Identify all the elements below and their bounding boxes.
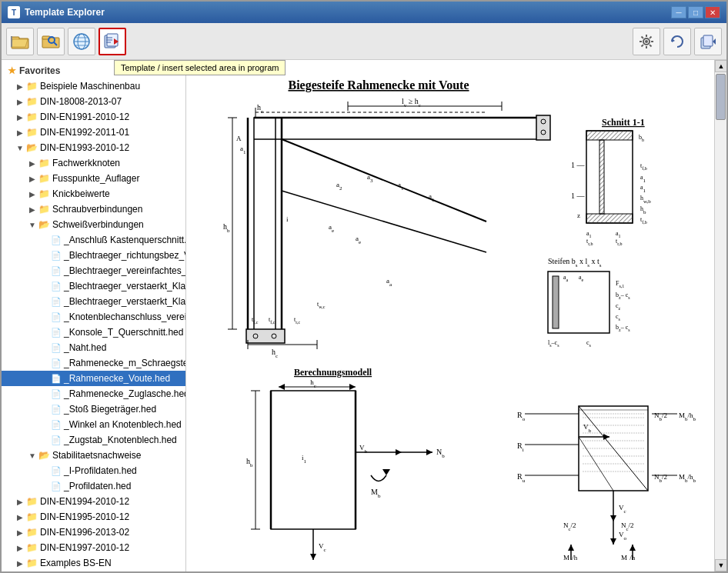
- main-window: T Template Explorer ─ □ ✕: [0, 0, 728, 573]
- sidebar-item-f12[interactable]: 📄 _Stoß Biegeträger.hed: [2, 401, 185, 417]
- minimize-button[interactable]: ─: [671, 6, 686, 18]
- expand-beispiele[interactable]: ▶: [14, 80, 26, 92]
- file-icon: 📄: [51, 282, 62, 291]
- close-button[interactable]: ✕: [705, 6, 720, 18]
- svg-text:cs: cs: [586, 339, 592, 348]
- sidebar-item-fusspunkte[interactable]: ▶ 📁 Fusspunkte_Auflager: [2, 171, 185, 186]
- svg-rect-77: [586, 131, 633, 140]
- svg-text:ae: ae: [329, 223, 334, 234]
- sidebar-item-f6[interactable]: 📄 _Knotenblechanschluss_vereinfacht.hed: [2, 309, 185, 325]
- sidebar-item-din1991[interactable]: ▶ 📁 DIN-EN1991-2010-12: [2, 109, 185, 125]
- expand-stabilitaet[interactable]: ▼: [26, 449, 38, 461]
- title-bar: T Template Explorer ─ □ ✕: [2, 2, 726, 23]
- scroll-up-button[interactable]: ▲: [715, 60, 726, 72]
- sidebar-item-f3[interactable]: 📄 _Blechtraeger_vereinfachtes_Verfahren.…: [2, 263, 185, 278]
- main-area: ★ Favorites ▶ 📁 Beispiele Maschinenbau ▶…: [2, 60, 726, 571]
- expand-knickbeiwerte[interactable]: ▶: [26, 188, 38, 200]
- svg-marker-120: [396, 449, 402, 455]
- svg-line-48: [282, 191, 486, 252]
- scroll-down-button[interactable]: ▼: [715, 559, 726, 571]
- svg-text:tf,c: tf,c: [269, 316, 276, 325]
- scroll-thumb[interactable]: [716, 74, 726, 120]
- expand-fusspunkte[interactable]: ▶: [26, 172, 38, 185]
- svg-text:Ro: Ro: [517, 411, 526, 422]
- search-button[interactable]: [37, 28, 65, 55]
- svg-rect-79: [599, 140, 604, 214]
- expand-schweissverbindungen[interactable]: ▼: [26, 218, 38, 231]
- sidebar-item-knickbeiwerte[interactable]: ▶ 📁 Knickbeiwerte: [2, 186, 185, 202]
- sidebar-item-f4[interactable]: 📄 _Blechtraeger_verstaerkt_Klasse1.hed: [2, 278, 185, 294]
- globe-button[interactable]: [68, 28, 95, 55]
- expand-din1991[interactable]: ▶: [14, 111, 26, 123]
- sidebar-item-din1993[interactable]: ▼ 📂 DIN-EN1993-2010-12: [2, 140, 185, 155]
- insert-button[interactable]: [99, 28, 126, 55]
- sidebar-item-f16[interactable]: 📄 _Profildaten.hed: [2, 478, 185, 494]
- sidebar-item-f9[interactable]: 📄 _Rahmenecke_m_Schraegsteife.hed: [2, 355, 185, 371]
- sidebar-item-f7[interactable]: 📄 _Konsole_T_Querschnitt.hed: [2, 325, 185, 340]
- sidebar-item-beispiele[interactable]: ▶ 📁 Beispiele Maschinenbau: [2, 78, 185, 94]
- sidebar-item-schraubverbindungen[interactable]: ▶ 📁 Schraubverbindungen: [2, 202, 185, 217]
- item-label: Beispiele Maschinenbau: [40, 81, 140, 92]
- svg-text:bb: bb: [639, 134, 644, 142]
- export-button[interactable]: [694, 28, 722, 55]
- expand-din1992[interactable]: ▶: [14, 126, 26, 138]
- svg-text:a1: a1: [640, 184, 646, 194]
- svg-text:bz– cs: bz– cs: [616, 291, 630, 300]
- sidebar-item-din18008[interactable]: ▶ 📁 DIN-18008-2013-07: [2, 94, 185, 109]
- file-icon: 📄: [51, 312, 62, 322]
- sidebar-item-stabilitaet[interactable]: ▼ 📂 Stabilitaetsnachweise: [2, 448, 185, 463]
- export-icon: [700, 33, 716, 50]
- sidebar-item-examples[interactable]: ▶ 📁 Examples BS-EN: [2, 555, 185, 571]
- sidebar-item-f13[interactable]: 📄 _Winkel an Knotenblech.hed: [2, 417, 185, 432]
- svg-text:A: A: [236, 135, 242, 142]
- content-area: Biegesteife Rahmenecke mit Voute hc lv ≥…: [186, 60, 714, 571]
- expand-din1993[interactable]: ▼: [14, 142, 26, 154]
- file-icon: 📄: [51, 266, 62, 276]
- sidebar-item-schweissverbindungen[interactable]: ▼ 📂 Schweißverbindungen: [2, 217, 185, 232]
- folder-icon: 📁: [26, 527, 38, 538]
- settings-button[interactable]: [633, 28, 660, 55]
- window-title: Template Explorer: [25, 7, 105, 18]
- file-icon: 📄: [51, 374, 62, 384]
- item-label: Examples BS-EN: [40, 558, 112, 568]
- svg-text:hw,b: hw,b: [640, 195, 651, 205]
- sidebar-item-din1994[interactable]: ▶ 📁 DIN-EN1994-2010-12: [2, 494, 185, 509]
- expand-schraubverbindungen[interactable]: ▶: [26, 203, 38, 215]
- svg-line-28: [642, 45, 643, 46]
- sidebar-item-f11[interactable]: 📄 _Rahmenecke_Zuglasche.hed: [2, 386, 185, 401]
- expand-fachwerkknoten[interactable]: ▶: [26, 157, 38, 169]
- item-label: Fachwerkknoten: [52, 158, 120, 168]
- sidebar-item-din1997[interactable]: ▶ 📁 DIN-EN1997-2010-12: [2, 540, 185, 555]
- sidebar-item-lasten[interactable]: ▶ 📁 Lasten - Din1055: [2, 571, 185, 571]
- svg-text:hc: hc: [257, 103, 263, 115]
- svg-text:ae: ae: [579, 274, 584, 282]
- sidebar-item-f5[interactable]: 📄 _Blechtraeger_verstaerkt_Klasse4.hed: [2, 294, 185, 309]
- sidebar-item-f10[interactable]: 📄 _Rahmenecke_Voute.hed: [2, 371, 185, 386]
- sidebar-item-f14[interactable]: 📄 _Zugstab_Knotenblech.hed: [2, 432, 185, 448]
- refresh-button[interactable]: [663, 28, 691, 55]
- svg-text:tw,c: tw,c: [317, 301, 326, 309]
- vertical-scrollbar[interactable]: ▲ ▼: [714, 60, 726, 571]
- maximize-button[interactable]: □: [688, 6, 703, 18]
- svg-text:Schnitt 1-1: Schnitt 1-1: [602, 117, 645, 128]
- sidebar-item-din1992[interactable]: ▶ 📁 DIN-EN1992-2011-01: [2, 125, 185, 140]
- sidebar-item-din1996[interactable]: ▶ 📁 DIN-EN1996-2013-02: [2, 525, 185, 540]
- file-icon: 📄: [51, 343, 62, 353]
- sidebar-item-f1[interactable]: 📄 _Anschluß Kastenquerschnitt.hed: [2, 232, 185, 248]
- folder-open-icon: 📂: [26, 142, 38, 153]
- sidebar-item-f15[interactable]: 📄 _I-Profildaten.hed: [2, 463, 185, 478]
- scroll-track[interactable]: [715, 72, 726, 559]
- svg-marker-123: [426, 449, 432, 455]
- folder-icon: 📁: [26, 496, 38, 507]
- folder-icon: 📁: [26, 96, 38, 107]
- sidebar-item-din1995[interactable]: ▶ 📁 DIN-EN1995-2010-12: [2, 509, 185, 525]
- svg-text:Ri: Ri: [517, 441, 524, 453]
- technical-drawing: Biegesteife Rahmenecke mit Voute hc lv ≥…: [194, 68, 714, 560]
- expand-din18008[interactable]: ▶: [14, 95, 26, 108]
- sidebar-item-fachwerkknoten[interactable]: ▶ 📁 Fachwerkknoten: [2, 155, 185, 171]
- sidebar-item-f8[interactable]: 📄 _Naht.hed: [2, 340, 185, 355]
- file-icon: 📄: [51, 251, 62, 261]
- open-folder-button[interactable]: [6, 28, 34, 55]
- sidebar-item-f2[interactable]: 📄 _Blechtraeger_richtungsbez_Verfahren.h…: [2, 248, 185, 263]
- item-label: _Rahmenecke_m_Schraegsteife.hed: [64, 358, 186, 368]
